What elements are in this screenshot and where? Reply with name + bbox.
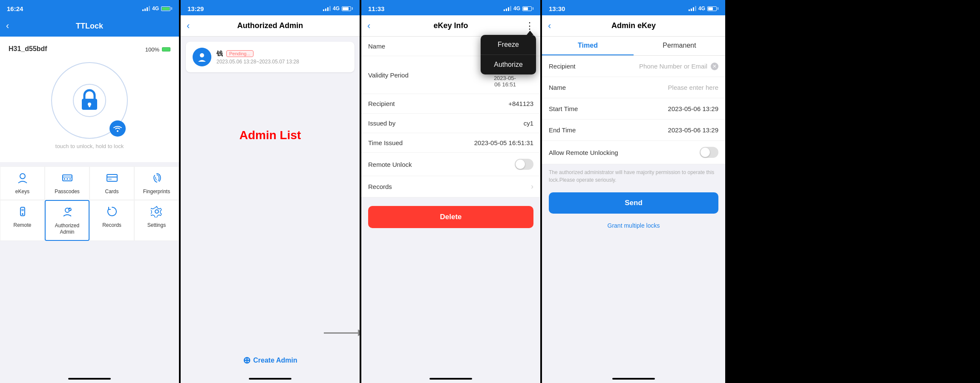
dropdown-freeze[interactable]: Freeze [481, 35, 536, 55]
tab-permanent[interactable]: Permanent [634, 37, 725, 55]
svg-point-14 [22, 213, 23, 215]
menu-item-fingerprints[interactable]: Fingerprints [134, 166, 179, 200]
menu-grid: eKeys Passcodes [0, 166, 179, 241]
remote-unlock-label: Allow Remote Unlocking [549, 149, 618, 156]
battery-icon-2 [342, 6, 353, 11]
ekey-value-time-issued: 2023-05-05 16:51:31 [474, 139, 533, 146]
menu-item-records[interactable]: Records [89, 200, 134, 241]
back-button-4[interactable]: ‹ [548, 20, 551, 31]
battery-bar [162, 47, 170, 51]
signal-icon-3 [504, 6, 511, 11]
nav-title-3: eKey Info [433, 21, 468, 30]
form-name[interactable]: Name Please enter here [542, 77, 725, 98]
ekey-value-recipient: +841123 [508, 100, 533, 107]
lock-info: H31_d55bdf 100% [0, 37, 179, 162]
remote-unlock-toggle[interactable] [515, 159, 533, 170]
home-indicator-3 [429, 378, 472, 380]
menu-item-remote[interactable]: Remote [0, 200, 45, 241]
screen-authorized-admin: 13:29 4G ‹ Authorized Admin [181, 0, 360, 383]
status-icons-3: 4G [504, 6, 533, 11]
battery-percent: 100% [145, 46, 159, 53]
ekey-label-remote-unlock: Remote Unlock [368, 161, 412, 168]
arrow-indicator [324, 329, 360, 336]
screen-ttlock: 16:24 4G ‹ TTLock H31_d55bdf 100% [0, 0, 179, 383]
end-time-value: 2023-05-06 13:29 [668, 126, 718, 134]
admin-avatar [193, 48, 211, 66]
grant-multiple-link[interactable]: Grant multiple locks [542, 218, 725, 233]
menu-item-passcodes[interactable]: Passcodes [45, 166, 89, 200]
form-start-time[interactable]: Start Time 2023-05-06 13:29 [542, 98, 725, 120]
admin-name: 钱 [216, 50, 223, 58]
lock-icon [72, 83, 107, 117]
signal-icon-1 [142, 6, 150, 11]
status-icons-2: 4G [323, 6, 353, 11]
delete-button[interactable]: Delete [368, 206, 533, 228]
recipient-value: Phone Number or Email [639, 63, 707, 70]
dropdown-authorize[interactable]: Authorize [481, 55, 536, 74]
end-time-label: End Time [549, 126, 576, 134]
ekey-value-issued-by: cy1 [524, 120, 533, 127]
svg-rect-3 [89, 104, 90, 107]
svg-rect-10 [107, 174, 117, 181]
svg-point-4 [20, 174, 25, 179]
admin-list-label: Admin List [181, 129, 360, 142]
time-2: 13:29 [187, 5, 204, 12]
wifi-badge [110, 120, 126, 137]
recipient-label: Recipient [549, 63, 576, 70]
ekey-value-validity2: 2023-05-06 16:51 [490, 75, 516, 88]
records-icon [106, 206, 118, 220]
menu-label-authorized-admin: Authorized Admin [49, 223, 85, 235]
screen-ekey-info: 11:33 4G ‹ eKey Info ⋮ Name Validity [361, 0, 540, 383]
ekey-info-container: Name Validity Period 2023-05-05 16:51 20… [361, 37, 540, 378]
chevron-right-icon: › [531, 182, 533, 191]
form-end-time[interactable]: End Time 2023-05-06 13:29 [542, 120, 725, 141]
svg-rect-7 [64, 178, 65, 180]
4g-icon-3: 4G [513, 6, 520, 11]
svg-rect-5 [63, 175, 72, 181]
menu-item-cards[interactable]: Cards [89, 166, 134, 200]
admin-card[interactable]: 钱 Pending... 2023.05.06 13:28~2023.05.07… [186, 42, 355, 72]
battery-icon-4 [707, 6, 718, 11]
name-value: Please enter here [668, 84, 718, 91]
menu-item-settings[interactable]: Settings [134, 200, 179, 241]
settings-icon [151, 206, 163, 220]
nav-bar-1: ‹ TTLock [0, 15, 179, 37]
menu-item-ekeys[interactable]: eKeys [0, 166, 45, 200]
person-icon [196, 51, 208, 63]
menu-label-passcodes: Passcodes [55, 189, 80, 194]
cards-icon [106, 172, 118, 187]
plus-icon: ⊕ [243, 355, 251, 366]
svg-rect-12 [108, 178, 112, 180]
svg-rect-9 [69, 178, 71, 180]
screen-admin-ekey: 13:30 4G ‹ Admin eKey Timed Permanent Re… [542, 0, 725, 383]
menu-label-fingerprints: Fingerprints [143, 189, 170, 194]
ekey-row-records[interactable]: Records › [361, 176, 540, 197]
ekey-row-remote-unlock: Remote Unlock [361, 153, 540, 176]
form-recipient[interactable]: Recipient Phone Number or Email ✕ [542, 56, 725, 77]
tab-timed[interactable]: Timed [542, 37, 634, 55]
status-bar-1: 16:24 4G [0, 0, 179, 15]
more-button-3[interactable]: ⋮ [525, 20, 534, 31]
fingerprints-icon [151, 172, 163, 187]
nav-title-2: Authorized Admin [237, 21, 303, 30]
start-time-value: 2023-05-06 13:29 [668, 105, 718, 112]
send-button[interactable]: Send [549, 192, 718, 214]
lock-hint: touch to unlock, hold to lock [55, 143, 124, 149]
wifi-icon [113, 125, 122, 132]
back-button-3[interactable]: ‹ [367, 20, 370, 31]
clear-recipient-icon[interactable]: ✕ [711, 63, 718, 70]
form-remote-unlock[interactable]: Allow Remote Unlocking [542, 141, 725, 164]
signal-icon-2 [323, 6, 331, 11]
home-indicator-2 [249, 378, 291, 380]
lock-circle-container[interactable] [51, 62, 128, 139]
back-button-1[interactable]: ‹ [6, 20, 9, 31]
dropdown-pointer [527, 31, 533, 35]
allow-remote-toggle[interactable] [700, 147, 718, 158]
lock-name: H31_d55bdf [9, 45, 47, 53]
menu-item-authorized-admin[interactable]: Authorized Admin [45, 200, 89, 241]
create-admin-button[interactable]: ⊕ Create Admin [243, 355, 297, 366]
menu-label-records: Records [102, 222, 121, 228]
battery-info: 100% [145, 46, 170, 53]
status-icons-1: 4G [142, 6, 172, 11]
back-button-2[interactable]: ‹ [187, 20, 190, 31]
